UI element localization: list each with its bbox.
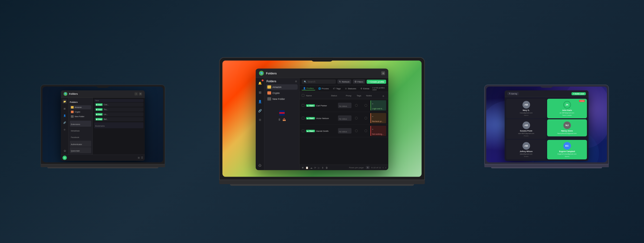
left-ext-item-2[interactable]: MetaMask <box>70 127 91 133</box>
center-refresh-btn[interactable]: ↻ Refresh <box>337 80 351 84</box>
right-header-left: ⇅ Sort by <box>507 92 519 95</box>
profile-1-proxy-circle <box>355 104 358 107</box>
left-titlebar-btn[interactable]: ＋ <box>134 92 138 96</box>
left-auth-label: Authenticator <box>71 143 82 145</box>
user-card-wrap-1: AB Mary G. mary@gmail.com Admin <box>506 99 546 118</box>
left-row-text-1: Coo... <box>104 104 109 106</box>
tab-proxies[interactable]: 🌐 Proxies <box>317 87 330 90</box>
left-nav-icon-4[interactable]: 🔗 <box>63 120 67 125</box>
left-folder-amazon[interactable]: Amazon <box>70 105 91 109</box>
pagination-prev[interactable]: ‹ <box>383 166 383 169</box>
left-folder-crypto[interactable]: Crypto <box>70 110 91 114</box>
right-sort-btn[interactable]: ⇅ Sort by <box>507 92 519 95</box>
statusbar-icon-6[interactable]: ⏸ <box>321 166 324 169</box>
center-table-settings-icon[interactable]: ⚙ <box>382 95 384 97</box>
center-trash-icon[interactable]: 🗑 <box>278 118 281 121</box>
left-nav-icon-5[interactable]: ⚙ <box>63 127 67 132</box>
tab-extras[interactable]: ⚙ Extras <box>359 87 371 90</box>
user-avatar-john: JK <box>563 101 571 109</box>
profile-1-start-btn[interactable]: ▶ Start <box>306 104 315 107</box>
nav-icon-link[interactable]: 🔗 <box>257 108 263 113</box>
user-avatar-susana: AB <box>523 122 530 129</box>
left-start-4[interactable]: ▶ Start <box>96 118 103 120</box>
sort-label: Sort by <box>511 93 517 95</box>
left-start-3[interactable]: ▶ Start <box>96 113 103 116</box>
left-nav-icon-3[interactable]: 👤 <box>63 113 67 118</box>
profile-3-start-btn[interactable]: ▶ Start <box>306 130 315 132</box>
tab-profiles[interactable]: 👤 Profiles <box>302 87 315 91</box>
nav-icon-settings[interactable]: ⚙ <box>257 117 263 123</box>
center-folder-new[interactable]: New Folder <box>266 96 298 102</box>
nav-icon-user[interactable]: 👤 <box>257 99 263 104</box>
right-invite-btn[interactable]: + Invite user <box>571 92 586 95</box>
left-ext-label-1: Extensions <box>71 123 80 125</box>
center-filters-btn[interactable]: ⚙ Filters <box>353 80 365 84</box>
user-card-susana: AB Susana Poole opei-8687@gmail.com Pron… <box>506 119 546 139</box>
center-title: Folders <box>266 72 379 75</box>
center-statusbar: ✱ 📋 ☁ ⟳ ▷ ⏸ 🗑 Rows p <box>300 165 388 170</box>
profile-2-tags <box>361 117 370 120</box>
center-search-box[interactable]: 🔍 Search <box>302 80 336 84</box>
center-folder-new-label: New Folder <box>272 98 285 100</box>
tab-proxies-label: Proxies <box>322 87 329 90</box>
profile-3-start-label: Start <box>309 130 314 132</box>
center-folder-crypto[interactable]: Crypto <box>266 90 298 96</box>
profile-3-check <box>302 130 306 132</box>
left-settings-btn[interactable]: ⚙ <box>139 92 142 96</box>
left-folders-header: Folders <box>70 99 91 104</box>
statusbar-icon-3[interactable]: ☁ <box>310 166 313 169</box>
left-user-avatar[interactable]: W <box>63 156 67 160</box>
user-card-john: JK Invited John Karlo jk-1987@gmail.com … <box>547 99 587 118</box>
left-quick-label: Quick Add <box>71 150 80 152</box>
right-panel: ⇅ Sort by + Invite user <box>505 90 589 161</box>
center-gear-icon[interactable]: ⚙ <box>381 71 385 75</box>
rows-per-page-value[interactable]: 5 <box>366 166 370 169</box>
statusbar-icon-2[interactable]: 📋 <box>305 166 308 169</box>
tab-statuses[interactable]: ⊙ Statuses <box>344 87 357 90</box>
profile-3-proxy <box>351 130 361 132</box>
center-search-icon: 🔍 <box>304 80 307 83</box>
nav-icon-bell[interactable]: 🔔 <box>257 80 263 86</box>
left-auth-item[interactable]: Authenticator <box>70 141 91 147</box>
left-quick-item[interactable]: Quick Add <box>70 147 91 153</box>
tab-tags[interactable]: 🏷 Tags <box>332 87 342 90</box>
profile-3-checkbox[interactable] <box>302 130 304 132</box>
right-user-grid: AB Mary G. mary@gmail.com Admin JK <box>505 97 589 161</box>
profile-1-start-icon: ▶ <box>307 104 309 106</box>
profile-2-start-btn[interactable]: ▶ Start <box>306 117 315 119</box>
center-search-placeholder: Search <box>308 80 316 83</box>
left-bottom-bar: W ⊞ ☰ <box>61 155 145 161</box>
left-ext-item-3[interactable]: Facebook <box>70 134 91 140</box>
left-folder-crypto-label: Crypto <box>75 111 80 113</box>
user-email-john: jk-1987@gmail.com <box>560 112 574 114</box>
center-archive-icon[interactable]: 📥 <box>282 118 286 121</box>
statusbar-icon-1[interactable]: ✱ <box>302 166 304 169</box>
center-header-checkbox[interactable] <box>302 94 304 97</box>
left-folder-new[interactable]: New Folder <box>70 114 91 119</box>
user-card-wrap-3: AB Susana Poole opei-8687@gmail.com Pron… <box>506 119 546 139</box>
app-logo-left: 🐬 <box>64 92 67 96</box>
pagination-next[interactable]: › <box>385 166 386 169</box>
center-language-flag[interactable] <box>279 110 285 116</box>
left-nav-icon-power[interactable]: ⏻ <box>63 149 67 153</box>
nav-icon-grid[interactable]: ▦ <box>257 90 263 95</box>
statusbar-icon-5[interactable]: ▷ <box>318 166 320 169</box>
left-start-2[interactable]: ▶ Start <box>96 108 103 111</box>
center-folders-gear[interactable]: ⚙ <box>295 80 297 83</box>
left-ext-item-1[interactable]: Extensions <box>70 121 91 127</box>
left-nav-icon-2[interactable]: ▦ <box>63 106 67 111</box>
statusbar-icon-4[interactable]: ⟳ <box>314 166 316 169</box>
nav-icon-power[interactable]: ⏻ <box>257 163 263 168</box>
left-app-window: 🐬 Folders ＋ ⚙ 📁 ▦ <box>61 90 145 161</box>
user-avatar-eugene: EC <box>563 142 571 150</box>
profile-2-checkbox[interactable] <box>302 117 304 120</box>
center-folder-amazon[interactable]: Amazon <box>266 84 298 90</box>
user-avatar-jeffrey: AB <box>523 142 530 150</box>
left-nav-icon-1[interactable]: 📁 <box>63 99 67 104</box>
user-email-mary: mary@gmail.com <box>520 112 533 114</box>
profile-1-checkbox[interactable] <box>302 104 304 107</box>
center-create-profile-btn[interactable]: + Create profile <box>367 80 386 84</box>
center-header-tags: Tags <box>357 94 366 97</box>
statusbar-icon-7[interactable]: 🗑 <box>326 166 328 169</box>
left-start-1[interactable]: ▶ Start <box>96 103 103 106</box>
